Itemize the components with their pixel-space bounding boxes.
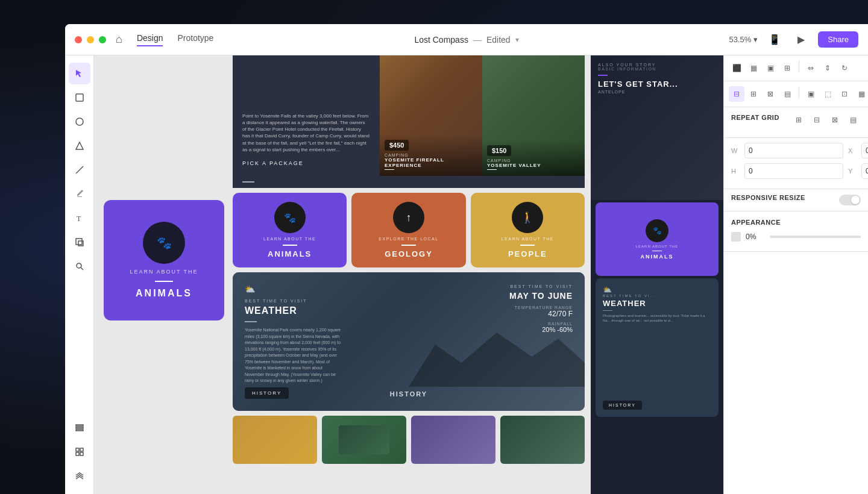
stack-icon[interactable]: [69, 465, 90, 487]
pr-card-title: ANIMALS: [641, 254, 674, 260]
flip-v-icon[interactable]: ⇕: [820, 60, 835, 76]
pr-basic-info: ALSO YOUR STORY: [598, 63, 716, 67]
pr-card-sub: LEARN ABOUT THE: [636, 245, 678, 248]
card-people-divider: [520, 245, 535, 246]
weather-month-sub: BEST TIME TO VISIT: [509, 284, 573, 289]
rp-responsive-section: RESPONSIVE RESIZE: [724, 189, 868, 211]
x-input[interactable]: [861, 143, 868, 158]
layout-icon-1[interactable]: ⊟: [729, 86, 744, 102]
rp-layout-icons: ⊟ ⊞ ⊠ ▤ ▣ ⬚ ⊡ ▦: [729, 86, 868, 102]
history-button[interactable]: HISTORY: [245, 387, 289, 399]
y-input[interactable]: [861, 163, 868, 179]
pr-title: LET'S GET STAR...: [598, 80, 716, 89]
chevron-down-icon: ▾: [515, 36, 519, 44]
hero-description: Point to Yosemite Falls at the valley 3,…: [242, 113, 370, 153]
pr-w-div: [603, 310, 612, 311]
titlebar: ⌂ Design Prototype Lost Compass — Edited…: [65, 24, 868, 55]
tab-design[interactable]: Design: [137, 33, 163, 46]
close-button[interactable]: [75, 36, 82, 43]
layers-icon[interactable]: [69, 417, 90, 439]
camping2-name: YOSEMITE VALLEY: [487, 163, 580, 168]
hero-image-1: $450 CAMPING YOSEMITE FIREFALL EXPERIENC…: [380, 55, 482, 176]
minimize-button[interactable]: [87, 36, 94, 43]
align-left-icon[interactable]: ⬛: [729, 60, 744, 76]
card-geology-sub: EXPLORE THE LOCAL: [379, 237, 438, 241]
rp-appearance-title: APPEARANCE: [731, 219, 781, 226]
toolbar-right: 53.5% ▾ 📱 ▶ Share: [729, 30, 858, 49]
camping2-divider: [487, 169, 497, 170]
rotate-icon[interactable]: ↻: [837, 60, 852, 76]
svg-marker-2: [76, 142, 83, 149]
rg-icon-4[interactable]: ▤: [845, 112, 861, 128]
h-input[interactable]: [744, 163, 843, 179]
play-icon[interactable]: ▶: [791, 30, 811, 49]
weather-description: Yosemite National Park covers nearly 1,2…: [245, 327, 341, 384]
rg-icon-3[interactable]: ⊠: [827, 112, 843, 128]
align-right-icon[interactable]: ▣: [763, 60, 778, 76]
svg-rect-11: [76, 430, 83, 431]
pr-w-title: WEATHER: [603, 299, 711, 308]
line-tool[interactable]: [69, 159, 90, 181]
layout-icon-2[interactable]: ⊞: [746, 86, 761, 102]
transform-tool[interactable]: [69, 231, 90, 253]
preview-card-left: 🐾 LEARN ABOUT THE ANIMALS: [104, 200, 224, 320]
cards-row: 🐾 LEARN ABOUT THE ANIMALS ↑ EXPLORE: [233, 188, 585, 272]
align-center-icon[interactable]: ▦: [746, 60, 761, 76]
layout-icon-4[interactable]: ▤: [779, 86, 795, 102]
w-input[interactable]: [744, 143, 843, 158]
price-badge-1: $450: [385, 140, 409, 151]
zoom-control[interactable]: 53.5% ▾: [729, 35, 758, 44]
card-geology-title: GEOLOGY: [385, 249, 433, 258]
flip-h-icon[interactable]: ⇔: [803, 60, 819, 76]
svg-point-1: [76, 118, 83, 125]
share-button[interactable]: Share: [818, 31, 858, 48]
device-preview-icon[interactable]: 📱: [765, 30, 784, 49]
pr-antelope: ANTELOPE: [598, 90, 716, 94]
rp-header-2: ⊟ ⊞ ⊠ ▤ ▣ ⬚ ⊡ ▦: [724, 81, 868, 107]
layout-icon-7[interactable]: ⊡: [837, 86, 852, 102]
rg-icon-2[interactable]: ⊟: [809, 112, 825, 128]
rectangle-tool[interactable]: [69, 87, 90, 108]
tab-prototype[interactable]: Prototype: [177, 33, 213, 46]
maximize-button[interactable]: [99, 36, 106, 43]
card-title: ANIMALS: [136, 288, 192, 299]
align-distribute-icon[interactable]: ⊞: [779, 60, 795, 76]
geology-circle: ↑: [393, 202, 424, 233]
svg-rect-15: [80, 452, 83, 455]
home-icon[interactable]: ⌂: [116, 33, 122, 46]
rg-icon-1[interactable]: ⊞: [791, 112, 807, 128]
layout-icon-3[interactable]: ⊠: [763, 86, 778, 102]
layout-icon-5[interactable]: ▣: [803, 86, 819, 102]
people-circle: 🚶: [512, 202, 543, 233]
person-icon: 🚶: [521, 211, 534, 224]
opacity-slider[interactable]: [770, 236, 861, 238]
center-main: Point to Yosemite Falls at the valley 3,…: [233, 55, 585, 494]
strip-image-2: [322, 416, 406, 464]
pr-weather-icon: ⛅: [603, 286, 711, 294]
ellipse-tool[interactable]: [69, 111, 90, 133]
zoom-tool[interactable]: [69, 255, 90, 277]
price-badge-2: $150: [487, 145, 511, 156]
traffic-lights: [75, 36, 106, 43]
hero-left: Point to Yosemite Falls at the valley 3,…: [233, 55, 380, 176]
layout-icon-8[interactable]: ▦: [854, 86, 868, 102]
camping1-divider: [385, 169, 394, 170]
pr-history-btn[interactable]: HISTORY: [603, 401, 642, 410]
text-tool[interactable]: T: [69, 207, 90, 229]
responsive-toggle[interactable]: [839, 195, 861, 205]
card-animals: 🐾 LEARN ABOUT THE ANIMALS: [233, 193, 347, 267]
card-people-sub: LEARN ABOUT THE: [502, 237, 554, 241]
x-label: X: [848, 147, 857, 154]
svg-rect-0: [76, 94, 83, 101]
pen-tool[interactable]: [69, 183, 90, 205]
pick-package-label: PICK A PACKAGE: [242, 160, 370, 166]
grid-icon[interactable]: [69, 441, 90, 463]
svg-rect-6: [78, 241, 83, 246]
weather-title: WEATHER: [245, 305, 397, 316]
layout-icon-6[interactable]: ⬚: [820, 86, 835, 102]
image-strip: [233, 416, 585, 464]
main-layout: T: [65, 55, 868, 494]
triangle-tool[interactable]: [69, 135, 90, 157]
select-tool[interactable]: [69, 63, 90, 84]
camping1-name: YOSEMITE FIREFALL EXPERIENCE: [385, 157, 477, 168]
